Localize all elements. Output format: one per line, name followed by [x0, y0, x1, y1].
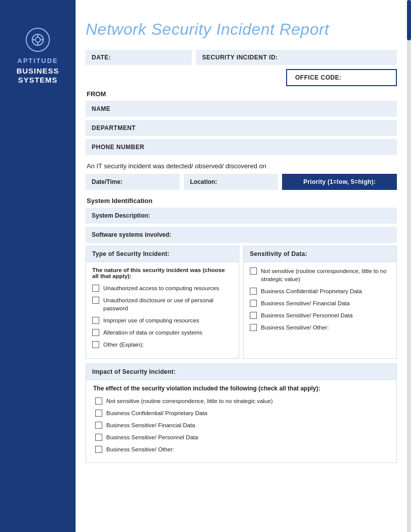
- checkbox-unauthorized-disclosure[interactable]: [92, 297, 99, 304]
- list-item: Not sensitive (routine correspondence, l…: [95, 397, 389, 405]
- company-sub: BUSINESSSYSTEMS: [17, 66, 59, 85]
- checkbox-alteration[interactable]: [92, 329, 99, 336]
- date-incident-row: DATE: SECURITY INCIDENT ID:: [86, 50, 397, 65]
- checkbox-label: Other (Explain):: [103, 341, 144, 349]
- checkbox-label: Business Confidential/ Proprietary Data: [261, 287, 362, 295]
- checkbox-impact-other[interactable]: [95, 446, 102, 453]
- priority-button[interactable]: Priority (1=low, 5=high):: [282, 174, 397, 190]
- phone-field[interactable]: PHONE NUMBER: [86, 139, 397, 155]
- checkbox-personnel[interactable]: [250, 312, 257, 319]
- list-item: Alteration of data or computer systems: [92, 328, 233, 337]
- checkbox-label: Business Sensitive/ Other:: [261, 323, 329, 331]
- list-item: Business Sensitive/ Personnel Data: [250, 311, 390, 319]
- scrollbar[interactable]: [407, 0, 411, 532]
- checkbox-label: Improper use of computing resources: [103, 316, 199, 324]
- checkbox-confidential[interactable]: [250, 288, 257, 295]
- type-of-incident-body: The nature of this security incident was…: [86, 262, 239, 358]
- checkbox-label: Not sensitive (routine correspondence, l…: [106, 397, 272, 405]
- list-item: Business Confidential/ Proprietary Data: [95, 409, 389, 417]
- department-field[interactable]: DEPARTMENT: [86, 120, 397, 136]
- detection-row: Date/Time: Location: Priority (1=low, 5=…: [86, 174, 397, 190]
- checkbox-label: Business Sensitive/ Personnel Data: [106, 433, 198, 441]
- checkbox-impact-not-sensitive[interactable]: [95, 397, 102, 405]
- type-sensitivity-section: Type of Security Incident: The nature of…: [86, 246, 397, 359]
- incident-desc: An IT security incident was detected/ ob…: [87, 162, 397, 170]
- company-logo-icon: [26, 28, 50, 52]
- system-id-label: System Identification: [86, 197, 397, 205]
- checkbox-label: Business Sensitive/ Financial Data: [261, 299, 350, 307]
- sensitivity-header: Sensitivity of Data:: [244, 246, 396, 262]
- checkbox-label: Business Sensitive/ Financial Data: [106, 421, 195, 429]
- target-icon: [31, 33, 45, 47]
- impact-subtitle: The effect of the security violation inc…: [93, 385, 389, 392]
- impact-checkboxes: Not sensitive (routine correspondence, l…: [93, 397, 389, 453]
- checkbox-improper-use[interactable]: [92, 317, 99, 324]
- list-item: Improper use of computing resources: [92, 316, 233, 324]
- impact-header: Impact of Security Incident:: [86, 364, 396, 380]
- sensitivity-box: Sensitivity of Data: Not sensitive (rout…: [243, 246, 397, 359]
- sensitivity-body: Not sensitive (routine correspondence, l…: [244, 262, 396, 341]
- list-item: Business Confidential/ Proprietary Data: [250, 287, 390, 295]
- system-desc-field[interactable]: System Description:: [86, 208, 397, 224]
- checkbox-label: Alteration of data or computer systems: [103, 328, 202, 337]
- office-code-row: OFFICE CODE:: [86, 69, 397, 86]
- checkbox-label: Unauthorized disclosure or use of person…: [103, 296, 233, 312]
- incident-id-field[interactable]: SECURITY INCIDENT ID:: [196, 50, 397, 65]
- main-content: Network Security Incident Report DATE: S…: [76, 0, 407, 488]
- checkbox-other-sensitivity[interactable]: [250, 324, 257, 331]
- checkbox-impact-financial[interactable]: [95, 422, 102, 429]
- office-code-field[interactable]: OFFICE CODE:: [286, 69, 397, 86]
- location-field[interactable]: Location:: [184, 174, 278, 190]
- scrollbar-thumb[interactable]: [407, 0, 411, 40]
- checkbox-financial[interactable]: [250, 300, 257, 307]
- software-systems-field[interactable]: Software systems involved:: [86, 227, 397, 243]
- list-item: Business Sensitive/ Financial Data: [95, 421, 389, 429]
- list-item: Not sensitive (routine correspondence, l…: [250, 267, 390, 283]
- list-item: Business Sensitive/ Financial Data: [250, 299, 390, 307]
- name-field[interactable]: NAME: [86, 101, 397, 117]
- checkbox-impact-personnel[interactable]: [95, 434, 102, 441]
- checkbox-label: Unauthorized access to computing resourc…: [103, 284, 219, 292]
- impact-body: The effect of the security violation inc…: [86, 380, 396, 462]
- list-item: Business Sensitive/ Other:: [95, 445, 389, 453]
- list-item: Business Sensitive/ Personnel Data: [95, 433, 389, 441]
- type-of-incident-box: Type of Security Incident: The nature of…: [86, 246, 239, 359]
- date-field[interactable]: DATE:: [86, 50, 192, 65]
- checkbox-label: Business Sensitive/ Personnel Data: [261, 311, 353, 319]
- from-label: FROM: [86, 90, 397, 98]
- report-title: Network Security Incident Report: [86, 20, 397, 39]
- list-item: Business Sensitive/ Other:: [250, 323, 390, 331]
- list-item: Unauthorized access to computing resourc…: [92, 284, 233, 292]
- type-of-incident-header: Type of Security Incident:: [86, 246, 239, 262]
- svg-point-1: [35, 37, 40, 42]
- checkbox-other[interactable]: [92, 341, 99, 348]
- sidebar: APTITUDE BUSINESSSYSTEMS: [0, 0, 76, 532]
- list-item: Other (Explain):: [92, 341, 233, 349]
- checkbox-label: Not sensitive (routine correspondence, l…: [261, 267, 390, 283]
- impact-section: Impact of Security Incident: The effect …: [86, 364, 397, 463]
- checkbox-unauthorized-access[interactable]: [92, 285, 99, 292]
- checkbox-impact-confidential[interactable]: [95, 410, 102, 417]
- type-sub-label: The nature of this security incident was…: [92, 267, 233, 279]
- checkbox-not-sensitive[interactable]: [250, 268, 257, 275]
- date-time-field[interactable]: Date/Time:: [86, 174, 180, 190]
- checkbox-label: Business Confidential/ Proprietary Data: [106, 409, 208, 417]
- company-name: APTITUDE: [18, 57, 58, 64]
- list-item: Unauthorized disclosure or use of person…: [92, 296, 233, 312]
- checkbox-label: Business Sensitive/ Other:: [106, 445, 174, 453]
